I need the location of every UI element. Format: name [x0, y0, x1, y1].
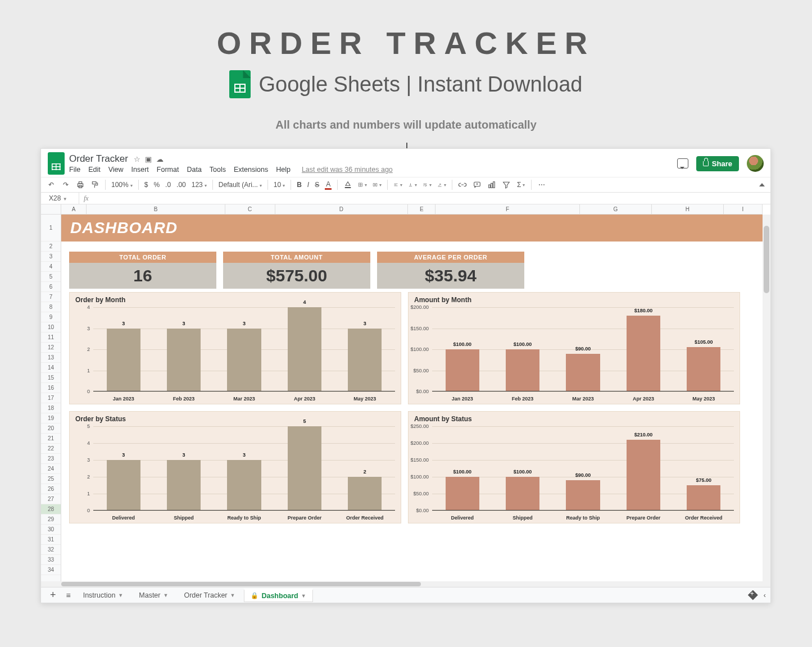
italic-button[interactable]: I	[307, 181, 309, 189]
horizontal-scrollbar[interactable]	[41, 581, 770, 587]
vertical-align-button[interactable]	[408, 180, 417, 189]
row-header-15[interactable]: 15	[41, 373, 61, 383]
row-header-34[interactable]: 34	[41, 565, 61, 575]
tab-menu-icon[interactable]: ▼	[301, 593, 306, 599]
row-header-3[interactable]: 3	[41, 252, 61, 262]
menu-help[interactable]: Help	[276, 166, 291, 174]
row-header-24[interactable]: 24	[41, 464, 61, 474]
col-header-F[interactable]: F	[436, 204, 579, 214]
formula-input[interactable]	[93, 197, 770, 200]
row-header-13[interactable]: 13	[41, 353, 61, 363]
text-rotation-button[interactable]	[437, 180, 446, 189]
bold-button[interactable]: B	[297, 181, 302, 189]
sheet-tab-instruction[interactable]: Instruction▼	[76, 589, 130, 602]
tab-menu-icon[interactable]: ▼	[163, 593, 168, 598]
row-header-21[interactable]: 21	[41, 434, 61, 444]
menu-insert[interactable]: Insert	[131, 166, 149, 174]
col-header-C[interactable]: C	[225, 204, 275, 214]
row-header-26[interactable]: 26	[41, 484, 61, 494]
horizontal-align-button[interactable]	[393, 180, 402, 189]
row-header-10[interactable]: 10	[41, 322, 61, 332]
row-header-12[interactable]: 12	[41, 343, 61, 353]
row-header-1[interactable]: 1	[41, 215, 61, 242]
col-header-H[interactable]: H	[652, 204, 724, 214]
redo-icon[interactable]: ↷	[61, 180, 70, 189]
column-headers[interactable]: ABCDEFGHI	[61, 204, 763, 215]
row-header-8[interactable]: 8	[41, 302, 61, 312]
col-header-I[interactable]: I	[724, 204, 763, 214]
row-header-6[interactable]: 6	[41, 282, 61, 292]
row-header-31[interactable]: 31	[41, 535, 61, 545]
explore-button[interactable]	[748, 590, 758, 600]
sheets-doc-icon[interactable]	[48, 152, 65, 175]
row-header-25[interactable]: 25	[41, 474, 61, 484]
menu-data[interactable]: Data	[187, 166, 201, 174]
sheet-tab-master[interactable]: Master▼	[132, 589, 175, 602]
row-header-17[interactable]: 17	[41, 393, 61, 403]
row-header-30[interactable]: 30	[41, 525, 61, 535]
last-edit-info[interactable]: Last edit was 36 minutes ago	[302, 166, 393, 174]
more-toolbar-icon[interactable]: ⋯	[537, 180, 546, 189]
menu-file[interactable]: File	[69, 166, 80, 174]
insert-chart-button[interactable]	[487, 180, 496, 189]
row-header-19[interactable]: 19	[41, 413, 61, 423]
print-icon[interactable]	[76, 180, 85, 189]
sheet-tab-order-tracker[interactable]: Order Tracker▼	[177, 589, 242, 602]
vertical-scrollbar[interactable]	[763, 215, 770, 587]
row-header-20[interactable]: 20	[41, 423, 61, 434]
star-icon[interactable]: ☆	[134, 155, 140, 163]
select-all-corner[interactable]	[41, 204, 61, 215]
row-header-23[interactable]: 23	[41, 454, 61, 464]
row-header-11[interactable]: 11	[41, 332, 61, 343]
row-header-7[interactable]: 7	[41, 292, 61, 302]
row-header-4[interactable]: 4	[41, 262, 61, 272]
row-header-29[interactable]: 29	[41, 514, 61, 525]
row-header-28[interactable]: 28	[41, 504, 61, 514]
filter-button[interactable]	[502, 180, 511, 189]
row-header-27[interactable]: 27	[41, 494, 61, 504]
col-header-A[interactable]: A	[61, 204, 87, 214]
comments-icon[interactable]	[677, 158, 688, 168]
row-header-16[interactable]: 16	[41, 383, 61, 393]
share-button[interactable]: Share	[696, 156, 739, 171]
row-header-9[interactable]: 9	[41, 312, 61, 322]
add-sheet-button[interactable]: +	[46, 589, 61, 601]
font-size-select[interactable]: 10	[274, 181, 285, 189]
row-header-14[interactable]: 14	[41, 363, 61, 373]
collapse-toolbar-icon[interactable]	[759, 183, 765, 186]
text-color-button[interactable]: A	[325, 180, 332, 190]
name-box[interactable]: X28 ▼	[41, 193, 79, 204]
strikethrough-button[interactable]: S	[315, 181, 319, 189]
side-panel-toggle-icon[interactable]: ‹	[764, 591, 766, 599]
row-header-2[interactable]: 2	[41, 242, 61, 252]
tab-menu-icon[interactable]: ▼	[118, 593, 123, 598]
functions-button[interactable]: Σ	[516, 180, 525, 189]
row-header-22[interactable]: 22	[41, 444, 61, 454]
col-header-B[interactable]: B	[87, 204, 225, 214]
spreadsheet-grid[interactable]: ABCDEFGHI 123456789101112131415161718192…	[41, 204, 770, 587]
fill-color-button[interactable]	[343, 180, 352, 189]
undo-icon[interactable]: ↶	[47, 180, 56, 189]
menu-tools[interactable]: Tools	[210, 166, 226, 174]
menu-edit[interactable]: Edit	[88, 166, 101, 174]
all-sheets-button[interactable]: ≡	[63, 591, 74, 600]
tab-menu-icon[interactable]: ▼	[230, 593, 235, 598]
format-currency-button[interactable]: $	[144, 181, 148, 189]
borders-button[interactable]	[358, 180, 367, 189]
more-formats-button[interactable]: 123	[192, 181, 207, 189]
col-header-D[interactable]: D	[275, 204, 409, 214]
decrease-decimal-button[interactable]: .0	[165, 181, 171, 189]
document-title[interactable]: Order Tracker	[69, 153, 128, 165]
zoom-select[interactable]: 100%	[111, 181, 133, 189]
text-wrap-button[interactable]	[423, 180, 432, 189]
menu-view[interactable]: View	[108, 166, 124, 174]
sheet-tab-dashboard[interactable]: 🔒Dashboard▼	[244, 589, 312, 602]
row-header-32[interactable]: 32	[41, 545, 61, 555]
account-avatar[interactable]	[747, 155, 764, 172]
col-header-E[interactable]: E	[408, 204, 436, 214]
increase-decimal-button[interactable]: .00	[176, 181, 186, 189]
merge-cells-button[interactable]	[373, 180, 382, 189]
move-folder-icon[interactable]: ▣	[145, 155, 152, 163]
paint-format-icon[interactable]	[90, 180, 99, 189]
row-header-33[interactable]: 33	[41, 555, 61, 565]
